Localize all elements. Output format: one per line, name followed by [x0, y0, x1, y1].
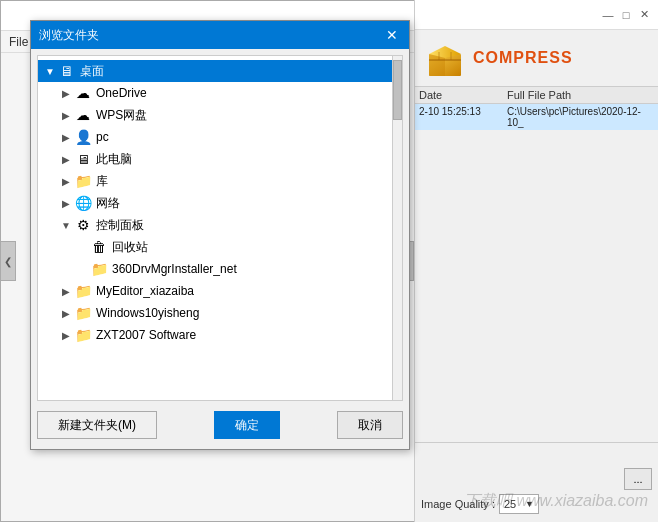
file-tree: ▼ 🖥 桌面 ▶ ☁ OneDrive ▶ ☁ WPS网盘 — [38, 56, 392, 400]
folder-360drv-icon: 📁 — [90, 260, 108, 278]
cancel-button[interactable]: 取消 — [337, 411, 403, 439]
expand-icon-pc: ▶ — [58, 129, 74, 145]
file-dialog-body: ▼ 🖥 桌面 ▶ ☁ OneDrive ▶ ☁ WPS网盘 — [31, 49, 409, 449]
file-dialog-close-btn[interactable]: ✕ — [383, 26, 401, 44]
table-row[interactable]: 2-10 15:25:13 C:\Users\pc\Pictures\2020-… — [415, 104, 658, 130]
tree-item-recyclebin[interactable]: 🗑 回收站 — [38, 236, 392, 258]
file-dialog-titlebar: 浏览文件夹 ✕ — [31, 21, 409, 49]
desktop-icon: 🖥 — [58, 62, 76, 80]
tree-label-360drv: 360DrvMgrInstaller_net — [112, 262, 237, 276]
expand-icon-network: ▶ — [58, 195, 74, 211]
folder-myeditor-icon: 📁 — [74, 282, 92, 300]
compress-title-buttons: — □ ✕ — [600, 7, 652, 23]
tree-label-zxt2007: ZXT2007 Software — [96, 328, 196, 342]
compress-maximize-btn[interactable]: □ — [618, 7, 634, 23]
library-icon: 📁 — [74, 172, 92, 190]
file-dialog-title: 浏览文件夹 — [39, 27, 99, 44]
quality-label: Image Quality : — [421, 498, 495, 510]
browse-row: ... — [421, 468, 652, 490]
recyclebin-icon: 🗑 — [90, 238, 108, 256]
compress-table-body: 2-10 15:25:13 C:\Users\pc\Pictures\2020-… — [415, 104, 658, 442]
tree-item-thispc[interactable]: ▶ 🖥 此电脑 — [38, 148, 392, 170]
network-icon: 🌐 — [74, 194, 92, 212]
confirm-button[interactable]: 确定 — [214, 411, 280, 439]
browse-button[interactable]: ... — [624, 468, 652, 490]
tree-label-wps: WPS网盘 — [96, 107, 147, 124]
expand-icon-onedrive: ▶ — [58, 85, 74, 101]
compress-minimize-btn[interactable]: — — [600, 7, 616, 23]
compress-title-text: COMPRESS — [473, 49, 573, 67]
file-dialog-footer: 新建文件夹(M) 确定 取消 — [37, 407, 403, 443]
compress-table-header: Date Full File Path — [415, 86, 658, 104]
quality-dropdown[interactable]: 25 ▼ — [499, 494, 539, 514]
controlpanel-icon: ⚙ — [74, 216, 92, 234]
compress-bottom: ... Image Quality : 25 ▼ — [415, 442, 658, 522]
expand-icon-360drv — [74, 261, 90, 277]
tree-item-controlpanel[interactable]: ▼ ⚙ 控制面板 — [38, 214, 392, 236]
tree-item-onedrive[interactable]: ▶ ☁ OneDrive — [38, 82, 392, 104]
quality-value: 25 — [504, 498, 516, 510]
quality-row: Image Quality : 25 ▼ — [421, 494, 652, 514]
expand-icon-controlpanel: ▼ — [58, 217, 74, 233]
expand-icon-library: ▶ — [58, 173, 74, 189]
expand-icon-win10: ▶ — [58, 305, 74, 321]
tree-label-recyclebin: 回收站 — [112, 239, 148, 256]
compress-panel: — □ ✕ — [414, 0, 658, 522]
tree-item-library[interactable]: ▶ 📁 库 — [38, 170, 392, 192]
row-path: C:\Users\pc\Pictures\2020-12-10_ — [507, 106, 654, 128]
thispc-icon: 🖥 — [74, 150, 92, 168]
nav-arrow-left[interactable]: ❮ — [0, 241, 16, 281]
tree-item-myeditor[interactable]: ▶ 📁 MyEditor_xiazaiba — [38, 280, 392, 302]
compress-titlebar: — □ ✕ — [415, 0, 658, 30]
tree-label-onedrive: OneDrive — [96, 86, 147, 100]
tree-label-network: 网络 — [96, 195, 120, 212]
tree-item-desktop[interactable]: ▼ 🖥 桌面 — [38, 60, 392, 82]
expand-icon-desktop: ▼ — [42, 63, 58, 79]
onedrive-icon: ☁ — [74, 84, 92, 102]
tree-label-pc: pc — [96, 130, 109, 144]
new-folder-button[interactable]: 新建文件夹(M) — [37, 411, 157, 439]
tree-label-library: 库 — [96, 173, 108, 190]
file-tree-scrollbar[interactable] — [392, 56, 402, 400]
folder-win10-icon: 📁 — [74, 304, 92, 322]
scrollbar-thumb[interactable] — [393, 60, 402, 120]
file-tree-container: ▼ 🖥 桌面 ▶ ☁ OneDrive ▶ ☁ WPS网盘 — [37, 55, 403, 401]
tree-label-myeditor: MyEditor_xiazaiba — [96, 284, 194, 298]
tree-item-pc[interactable]: ▶ 👤 pc — [38, 126, 392, 148]
row-date: 2-10 15:25:13 — [419, 106, 499, 128]
col-date-header: Date — [419, 89, 499, 101]
tree-item-zxt2007[interactable]: ▶ 📁 ZXT2007 Software — [38, 324, 392, 346]
expand-icon-recyclebin — [74, 239, 90, 255]
tree-label-desktop: 桌面 — [80, 63, 104, 80]
pc-icon: 👤 — [74, 128, 92, 146]
expand-icon-thispc: ▶ — [58, 151, 74, 167]
col-path-header: Full File Path — [507, 89, 654, 101]
tree-item-wps[interactable]: ▶ ☁ WPS网盘 — [38, 104, 392, 126]
tree-label-controlpanel: 控制面板 — [96, 217, 144, 234]
folder-zxt2007-icon: 📁 — [74, 326, 92, 344]
compress-close-btn[interactable]: ✕ — [636, 7, 652, 23]
tree-item-network[interactable]: ▶ 🌐 网络 — [38, 192, 392, 214]
expand-icon-myeditor: ▶ — [58, 283, 74, 299]
quality-dropdown-arrow[interactable]: ▼ — [525, 499, 534, 509]
expand-icon-zxt2007: ▶ — [58, 327, 74, 343]
left-arrow-icon: ❮ — [4, 256, 12, 267]
tree-label-win10: Windows10yisheng — [96, 306, 199, 320]
menu-file[interactable]: File — [9, 35, 28, 49]
compress-logo-icon — [425, 38, 465, 78]
expand-icon-wps: ▶ — [58, 107, 74, 123]
tree-label-thispc: 此电脑 — [96, 151, 132, 168]
wps-icon: ☁ — [74, 106, 92, 124]
compress-logo-area: COMPRESS — [415, 30, 658, 86]
file-dialog: 浏览文件夹 ✕ ▼ 🖥 桌面 ▶ ☁ OneDrive ▶ — [30, 20, 410, 450]
tree-item-win10[interactable]: ▶ 📁 Windows10yisheng — [38, 302, 392, 324]
tree-item-360drv[interactable]: 📁 360DrvMgrInstaller_net — [38, 258, 392, 280]
